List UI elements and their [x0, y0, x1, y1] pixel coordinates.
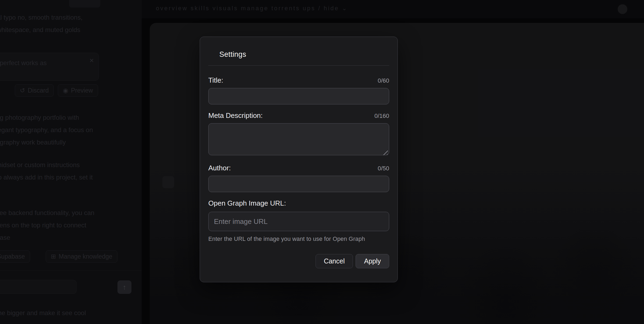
cancel-button[interactable]: Cancel: [316, 254, 353, 268]
title-input[interactable]: [208, 88, 389, 104]
author-char-counter: 0/50: [378, 165, 389, 172]
meta-description-textarea[interactable]: [208, 123, 389, 155]
og-image-url-helper-text: Enter the URL of the image you want to u…: [208, 236, 389, 242]
dialog-divider: [208, 65, 389, 66]
author-label: Author:: [208, 164, 231, 172]
meta-description-char-counter: 0/160: [374, 112, 389, 119]
og-image-url-label: Open Graph Image URL:: [208, 199, 286, 207]
dialog-title: Settings: [219, 50, 389, 59]
meta-description-label: Meta Description:: [208, 111, 263, 120]
settings-dialog: Settings Title: 0/60 Meta Description: 0…: [200, 37, 398, 282]
title-char-counter: 0/60: [378, 77, 389, 84]
author-input[interactable]: [208, 176, 389, 192]
apply-button[interactable]: Apply: [356, 254, 389, 268]
app-root: overview skills visuals manage torrents …: [0, 0, 644, 324]
title-label: Title:: [208, 76, 223, 84]
og-image-url-input[interactable]: [208, 212, 389, 231]
